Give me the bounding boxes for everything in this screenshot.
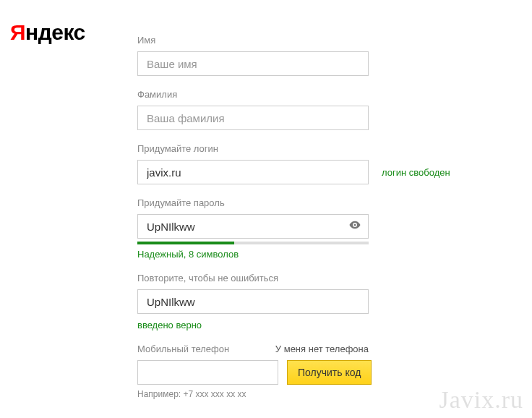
registration-form: Имя Фамилия Придумайте логин логин свобо… [137,35,513,412]
logo-letter-ya: Я [10,20,25,44]
password-label: Придумайте пароль [137,197,513,208]
no-phone-link[interactable]: У меня нет телефона [275,344,369,354]
password-confirm-group: Повторите, чтобы не ошибиться введено ве… [137,273,513,330]
password-strength-fill [137,242,234,244]
password-group: Придумайте пароль Надежный, 8 символов [137,197,513,260]
last-name-label: Фамилия [137,89,513,100]
login-label: Придумайте логин [137,143,513,154]
login-group: Придумайте логин логин свободен [137,143,513,184]
login-input[interactable] [137,160,369,184]
first-name-label: Имя [137,35,513,46]
last-name-group: Фамилия [137,89,513,130]
first-name-group: Имя [137,35,513,76]
phone-input[interactable] [137,360,278,385]
password-input[interactable] [137,214,369,239]
login-available-hint: логин свободен [382,167,450,178]
first-name-input[interactable] [137,51,369,76]
get-code-button[interactable]: Получить код [287,360,372,385]
yandex-logo: Яндекс [10,20,85,45]
logo-rest: ндекс [25,20,85,44]
eye-icon[interactable] [348,218,361,234]
password-confirm-input[interactable] [137,289,369,314]
password-confirm-label: Повторите, чтобы не ошибиться [137,273,513,283]
watermark: Javix.ru [439,386,523,414]
password-strength-text: Надежный, 8 символов [137,249,513,260]
password-confirm-hint: введено верно [137,320,513,330]
last-name-input[interactable] [137,106,369,130]
phone-label: Мобильный телефон [137,344,229,354]
password-strength-bar [137,242,369,244]
